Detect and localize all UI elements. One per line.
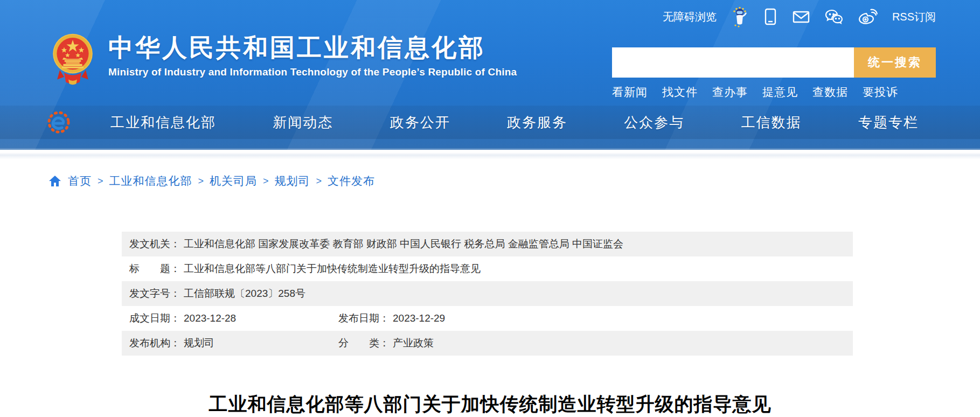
doc-meta-cell: 发布日期：2023-12-29	[338, 311, 445, 325]
main-navbar: 工业和信息化部 新闻动态 政务公开 政务服务 公众参与 工信数据 专题专栏	[0, 106, 980, 139]
doc-meta-label: 发文字号：	[129, 287, 180, 301]
doc-meta-row: 发文字号：工信部联规〔2023〕258号	[122, 281, 853, 306]
site-brand: 中华人民共和国工业和信息化部 Ministry of Industry and …	[51, 32, 517, 86]
search-area: 统一搜索 看新闻 找文件 查办事 提意见 查数据 要投诉	[612, 47, 936, 100]
breadcrumb-item: 机关司局 >	[210, 173, 275, 189]
nav-item[interactable]: 工信数据	[741, 113, 802, 132]
quick-link[interactable]: 查数据	[812, 85, 848, 100]
site-header: 无障碍浏览	[0, 0, 980, 150]
nav-item[interactable]: 工业和信息化部	[110, 113, 216, 132]
breadcrumb-separator: >	[198, 176, 204, 187]
quick-link[interactable]: 要投诉	[863, 85, 898, 100]
doc-meta-cell: 发布机构：规划司	[129, 336, 338, 350]
doc-meta-label: 发布日期：	[338, 311, 390, 325]
doc-meta-cell: 标 题：工业和信息化部等八部门关于加快传统制造业转型升级的指导意见	[129, 262, 481, 276]
doc-meta-table: 发文机关：工业和信息化部 国家发展改革委 教育部 财政部 中国人民银行 税务总局…	[122, 232, 853, 356]
quick-link[interactable]: 查办事	[712, 85, 748, 100]
breadcrumb-item: 首页 >	[68, 173, 109, 189]
nav-item[interactable]: 政务服务	[507, 113, 567, 132]
doc-meta-label: 分 类：	[338, 336, 390, 350]
miit-document-page: 无障碍浏览	[0, 0, 980, 417]
nav-item[interactable]: 公众参与	[624, 113, 684, 132]
accessibility-link[interactable]: 无障碍浏览	[663, 10, 717, 24]
breadcrumb-separator: >	[263, 176, 269, 187]
search-button[interactable]: 统一搜索	[854, 47, 936, 78]
wechat-icon[interactable]	[824, 9, 844, 25]
breadcrumb-link[interactable]: 规划司	[275, 173, 310, 189]
breadcrumb-link[interactable]: 机关司局	[210, 173, 257, 189]
home-icon[interactable]	[48, 175, 61, 187]
doc-meta-label: 标 题：	[129, 262, 180, 276]
topbar: 无障碍浏览	[663, 0, 936, 33]
weibo-icon[interactable]	[858, 8, 878, 25]
mobile-icon[interactable]	[763, 8, 778, 26]
breadcrumb-item: 规划司 >	[275, 173, 328, 189]
doc-meta-cell: 发文机关：工业和信息化部 国家发展改革委 教育部 财政部 中国人民银行 税务总局…	[129, 237, 623, 251]
site-title: 中华人民共和国工业和信息化部	[108, 34, 517, 60]
breadcrumb: 首页 > 工业和信息化部 > 机关司局 > 规划司 >	[48, 173, 375, 189]
doc-meta-row: 成文日期：2023-12-28发布日期：2023-12-29	[122, 306, 853, 331]
doc-meta-cell: 成文日期：2023-12-28	[129, 311, 338, 325]
mail-icon[interactable]	[792, 9, 810, 24]
doc-meta-row: 发文机关：工业和信息化部 国家发展改革委 教育部 财政部 中国人民银行 税务总局…	[122, 232, 853, 256]
quick-link[interactable]: 找文件	[662, 85, 698, 100]
breadcrumb-link[interactable]: 首页	[68, 173, 92, 189]
doc-meta-value: 工业和信息化部等八部门关于加快传统制造业转型升级的指导意见	[184, 262, 481, 276]
doc-meta-value: 工业和信息化部 国家发展改革委 教育部 财政部 中国人民银行 税务总局 金融监管…	[184, 237, 623, 251]
quick-links: 看新闻 找文件 查办事 提意见 查数据 要投诉	[612, 85, 936, 100]
header-divider	[0, 150, 980, 159]
robot-mascot-icon[interactable]	[731, 6, 749, 27]
doc-meta-value: 2023-12-29	[393, 312, 445, 324]
doc-meta-label: 发文机关：	[129, 237, 180, 251]
rss-link[interactable]: RSS订阅	[892, 10, 936, 24]
site-brand-text: 中华人民共和国工业和信息化部 Ministry of Industry and …	[108, 32, 517, 78]
doc-meta-value: 产业政策	[393, 336, 434, 350]
breadcrumb-items: 首页 > 工业和信息化部 > 机关司局 > 规划司 >	[68, 173, 375, 189]
doc-meta-row: 发布机构：规划司分 类：产业政策	[122, 331, 853, 356]
breadcrumb-separator: >	[98, 176, 103, 187]
breadcrumb-separator: >	[316, 176, 322, 187]
national-emblem-icon	[51, 32, 94, 86]
doc-meta-label: 成文日期：	[129, 311, 180, 325]
breadcrumb-link[interactable]: 工业和信息化部	[109, 173, 192, 189]
doc-meta-label: 发布机构：	[129, 336, 180, 350]
quick-link[interactable]: 提意见	[762, 85, 798, 100]
breadcrumb-item: 文件发布 >	[328, 173, 375, 189]
doc-meta-value: 工信部联规〔2023〕258号	[184, 287, 305, 301]
doc-meta-cell: 发文字号：工信部联规〔2023〕258号	[129, 287, 305, 301]
doc-meta-value: 规划司	[184, 336, 214, 350]
breadcrumb-link[interactable]: 文件发布	[328, 173, 375, 189]
miit-e-logo-icon	[46, 109, 72, 135]
search-row: 统一搜索	[612, 47, 936, 78]
breadcrumb-item: 工业和信息化部 >	[109, 173, 210, 189]
quick-link[interactable]: 看新闻	[612, 85, 648, 100]
nav-item[interactable]: 新闻动态	[273, 113, 333, 132]
nav-item[interactable]: 政务公开	[390, 113, 450, 132]
nav-items: 工业和信息化部 新闻动态 政务公开 政务服务 公众参与 工信数据 专题专栏	[110, 106, 919, 139]
nav-item[interactable]: 专题专栏	[858, 113, 919, 132]
document-title: 工业和信息化部等八部门关于加快传统制造业转型升级的指导意见	[0, 392, 980, 417]
site-subtitle: Ministry of Industry and Information Tec…	[108, 66, 517, 78]
doc-meta-row: 标 题：工业和信息化部等八部门关于加快传统制造业转型升级的指导意见	[122, 256, 853, 281]
doc-meta-value: 2023-12-28	[184, 312, 236, 324]
doc-meta-cell: 分 类：产业政策	[338, 336, 434, 350]
search-input[interactable]	[612, 47, 854, 78]
